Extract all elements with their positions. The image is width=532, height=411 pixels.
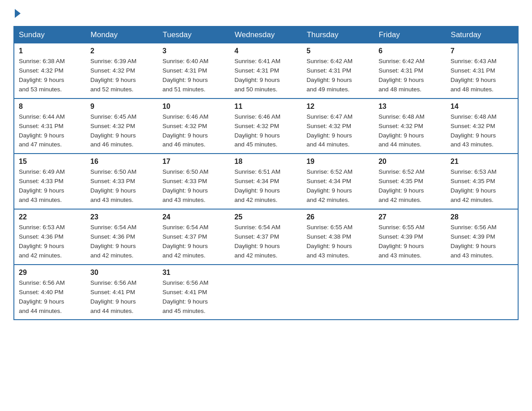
day-number-7: 7 xyxy=(450,47,513,55)
week-row-2: 8Sunrise: 6:44 AMSunset: 4:31 PMDaylight… xyxy=(14,98,518,154)
weekday-header-saturday: Saturday xyxy=(446,26,518,43)
page-header xyxy=(13,9,519,18)
day-number-28: 28 xyxy=(450,213,513,221)
weekday-header-row: SundayMondayTuesdayWednesdayThursdayFrid… xyxy=(14,26,518,43)
day-info-3: Sunrise: 6:40 AMSunset: 4:31 PMDaylight:… xyxy=(163,57,226,94)
day-cell-19: 19Sunrise: 6:52 AMSunset: 4:34 PMDayligh… xyxy=(302,154,374,209)
day-info-11: Sunrise: 6:46 AMSunset: 4:32 PMDaylight:… xyxy=(235,112,298,150)
day-number-16: 16 xyxy=(90,158,154,166)
day-number-14: 14 xyxy=(450,103,513,111)
calendar-table: SundayMondayTuesdayWednesdayThursdayFrid… xyxy=(13,26,519,320)
day-cell-27: 27Sunrise: 6:55 AMSunset: 4:39 PMDayligh… xyxy=(374,209,446,265)
week-row-5: 29Sunrise: 6:56 AMSunset: 4:40 PMDayligh… xyxy=(14,265,518,320)
day-cell-1: 1Sunrise: 6:38 AMSunset: 4:32 PMDaylight… xyxy=(14,43,86,98)
day-info-8: Sunrise: 6:44 AMSunset: 4:31 PMDaylight:… xyxy=(19,112,82,150)
day-number-19: 19 xyxy=(306,158,369,166)
day-number-5: 5 xyxy=(306,47,369,55)
day-cell-8: 8Sunrise: 6:44 AMSunset: 4:31 PMDaylight… xyxy=(14,98,86,154)
day-info-25: Sunrise: 6:54 AMSunset: 4:37 PMDaylight:… xyxy=(235,223,298,261)
day-cell-13: 13Sunrise: 6:48 AMSunset: 4:32 PMDayligh… xyxy=(374,98,446,154)
week-row-4: 22Sunrise: 6:53 AMSunset: 4:36 PMDayligh… xyxy=(14,209,518,265)
day-cell-6: 6Sunrise: 6:42 AMSunset: 4:31 PMDaylight… xyxy=(374,43,446,98)
day-number-10: 10 xyxy=(163,103,226,111)
day-info-19: Sunrise: 6:52 AMSunset: 4:34 PMDaylight:… xyxy=(306,167,369,205)
day-cell-9: 9Sunrise: 6:45 AMSunset: 4:32 PMDaylight… xyxy=(86,98,158,154)
day-number-27: 27 xyxy=(378,213,442,221)
day-cell-10: 10Sunrise: 6:46 AMSunset: 4:32 PMDayligh… xyxy=(158,98,230,154)
day-number-15: 15 xyxy=(19,158,82,166)
day-cell-5: 5Sunrise: 6:42 AMSunset: 4:31 PMDaylight… xyxy=(302,43,374,98)
day-info-22: Sunrise: 6:53 AMSunset: 4:36 PMDaylight:… xyxy=(19,223,82,261)
day-info-31: Sunrise: 6:56 AMSunset: 4:41 PMDaylight:… xyxy=(163,278,226,316)
day-number-29: 29 xyxy=(19,269,82,277)
day-number-8: 8 xyxy=(19,103,82,111)
day-info-6: Sunrise: 6:42 AMSunset: 4:31 PMDaylight:… xyxy=(378,57,442,94)
day-cell-16: 16Sunrise: 6:50 AMSunset: 4:33 PMDayligh… xyxy=(86,154,158,209)
day-number-12: 12 xyxy=(306,103,369,111)
day-cell-26: 26Sunrise: 6:55 AMSunset: 4:38 PMDayligh… xyxy=(302,209,374,265)
day-info-5: Sunrise: 6:42 AMSunset: 4:31 PMDaylight:… xyxy=(306,57,369,94)
day-info-18: Sunrise: 6:51 AMSunset: 4:34 PMDaylight:… xyxy=(235,167,298,205)
day-number-23: 23 xyxy=(90,213,154,221)
day-number-13: 13 xyxy=(378,103,442,111)
day-number-21: 21 xyxy=(450,158,513,166)
weekday-header-tuesday: Tuesday xyxy=(158,26,230,43)
day-cell-14: 14Sunrise: 6:48 AMSunset: 4:32 PMDayligh… xyxy=(446,98,518,154)
day-number-3: 3 xyxy=(163,47,226,55)
day-number-9: 9 xyxy=(90,103,154,111)
day-info-27: Sunrise: 6:55 AMSunset: 4:39 PMDaylight:… xyxy=(378,223,442,261)
day-info-30: Sunrise: 6:56 AMSunset: 4:41 PMDaylight:… xyxy=(90,278,154,316)
day-info-16: Sunrise: 6:50 AMSunset: 4:33 PMDaylight:… xyxy=(90,167,154,205)
day-number-26: 26 xyxy=(306,213,369,221)
empty-cell xyxy=(446,265,518,320)
day-info-1: Sunrise: 6:38 AMSunset: 4:32 PMDaylight:… xyxy=(19,57,82,94)
day-info-23: Sunrise: 6:54 AMSunset: 4:36 PMDaylight:… xyxy=(90,223,154,261)
day-info-14: Sunrise: 6:48 AMSunset: 4:32 PMDaylight:… xyxy=(450,112,513,150)
day-number-6: 6 xyxy=(378,47,442,55)
day-number-11: 11 xyxy=(235,103,298,111)
day-number-30: 30 xyxy=(90,269,154,277)
logo xyxy=(13,9,21,18)
day-info-28: Sunrise: 6:56 AMSunset: 4:39 PMDaylight:… xyxy=(450,223,513,261)
week-row-1: 1Sunrise: 6:38 AMSunset: 4:32 PMDaylight… xyxy=(14,43,518,98)
day-cell-20: 20Sunrise: 6:52 AMSunset: 4:35 PMDayligh… xyxy=(374,154,446,209)
empty-cell xyxy=(374,265,446,320)
day-number-1: 1 xyxy=(19,47,82,55)
day-cell-31: 31Sunrise: 6:56 AMSunset: 4:41 PMDayligh… xyxy=(158,265,230,320)
day-cell-25: 25Sunrise: 6:54 AMSunset: 4:37 PMDayligh… xyxy=(230,209,302,265)
day-cell-17: 17Sunrise: 6:50 AMSunset: 4:33 PMDayligh… xyxy=(158,154,230,209)
day-info-24: Sunrise: 6:54 AMSunset: 4:37 PMDaylight:… xyxy=(163,223,226,261)
day-cell-24: 24Sunrise: 6:54 AMSunset: 4:37 PMDayligh… xyxy=(158,209,230,265)
day-number-31: 31 xyxy=(163,269,226,277)
day-info-4: Sunrise: 6:41 AMSunset: 4:31 PMDaylight:… xyxy=(235,57,298,94)
day-number-20: 20 xyxy=(378,158,442,166)
day-cell-28: 28Sunrise: 6:56 AMSunset: 4:39 PMDayligh… xyxy=(446,209,518,265)
day-cell-3: 3Sunrise: 6:40 AMSunset: 4:31 PMDaylight… xyxy=(158,43,230,98)
day-info-26: Sunrise: 6:55 AMSunset: 4:38 PMDaylight:… xyxy=(306,223,369,261)
day-info-13: Sunrise: 6:48 AMSunset: 4:32 PMDaylight:… xyxy=(378,112,442,150)
day-cell-18: 18Sunrise: 6:51 AMSunset: 4:34 PMDayligh… xyxy=(230,154,302,209)
day-number-18: 18 xyxy=(235,158,298,166)
day-info-15: Sunrise: 6:49 AMSunset: 4:33 PMDaylight:… xyxy=(19,167,82,205)
day-info-2: Sunrise: 6:39 AMSunset: 4:32 PMDaylight:… xyxy=(90,57,154,94)
day-info-17: Sunrise: 6:50 AMSunset: 4:33 PMDaylight:… xyxy=(163,167,226,205)
day-number-22: 22 xyxy=(19,213,82,221)
day-cell-7: 7Sunrise: 6:43 AMSunset: 4:31 PMDaylight… xyxy=(446,43,518,98)
weekday-header-thursday: Thursday xyxy=(302,26,374,43)
day-info-9: Sunrise: 6:45 AMSunset: 4:32 PMDaylight:… xyxy=(90,112,154,150)
day-cell-30: 30Sunrise: 6:56 AMSunset: 4:41 PMDayligh… xyxy=(86,265,158,320)
day-info-10: Sunrise: 6:46 AMSunset: 4:32 PMDaylight:… xyxy=(163,112,226,150)
day-number-4: 4 xyxy=(235,47,298,55)
day-info-7: Sunrise: 6:43 AMSunset: 4:31 PMDaylight:… xyxy=(450,57,513,94)
day-info-21: Sunrise: 6:53 AMSunset: 4:35 PMDaylight:… xyxy=(450,167,513,205)
week-row-3: 15Sunrise: 6:49 AMSunset: 4:33 PMDayligh… xyxy=(14,154,518,209)
day-info-12: Sunrise: 6:47 AMSunset: 4:32 PMDaylight:… xyxy=(306,112,369,150)
day-number-17: 17 xyxy=(163,158,226,166)
day-number-2: 2 xyxy=(90,47,154,55)
day-cell-22: 22Sunrise: 6:53 AMSunset: 4:36 PMDayligh… xyxy=(14,209,86,265)
day-info-20: Sunrise: 6:52 AMSunset: 4:35 PMDaylight:… xyxy=(378,167,442,205)
empty-cell xyxy=(302,265,374,320)
day-cell-21: 21Sunrise: 6:53 AMSunset: 4:35 PMDayligh… xyxy=(446,154,518,209)
day-cell-2: 2Sunrise: 6:39 AMSunset: 4:32 PMDaylight… xyxy=(86,43,158,98)
weekday-header-sunday: Sunday xyxy=(14,26,86,43)
